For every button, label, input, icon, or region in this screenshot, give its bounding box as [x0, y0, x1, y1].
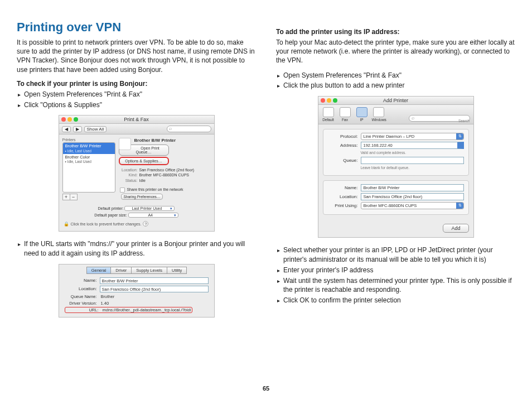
name-input[interactable]: Brother B/W Printer [361, 184, 464, 191]
remove-printer-button[interactable]: − [70, 194, 78, 200]
address-label: Address: [328, 143, 358, 148]
general-tab-screenshot: General Driver Supply Levels Utility Nam… [59, 264, 215, 318]
name-input[interactable]: Brother B/W Printer [100, 277, 209, 284]
bullet-text: Open System Preferences "Print & Fax" [24, 90, 142, 99]
nav-forward-button[interactable]: ▶ [73, 126, 82, 132]
url-value: mdns://Brother._pdl-datastream._tcp.loca… [103, 307, 191, 312]
location-input[interactable]: San Francisco Office (2nd floor) [361, 193, 464, 200]
queue-name-value: Brother [101, 294, 115, 299]
share-printer-checkbox[interactable] [119, 187, 124, 193]
location-label: Location: [328, 194, 358, 199]
window-title: Add Printer [383, 98, 408, 103]
default-printer-label: Default printer: [98, 206, 124, 210]
printer-list[interactable]: Brother B/W Printer • Idle, Last Used Br… [62, 142, 115, 193]
default-paper-label: Default paper size: [94, 213, 127, 217]
toolbar-default-button[interactable]: Default [322, 107, 335, 122]
show-all-button[interactable]: Show All [84, 126, 107, 132]
bullet-text: If the URL starts with "mdns://" your pr… [24, 239, 256, 258]
printfax-screenshot: Print & Fax ◀ ▶ Show All Printers Brothe… [59, 115, 215, 232]
printer-title: Brother B/W Printer [119, 138, 211, 143]
mdns-note-list: If the URL starts with "mdns://" your pr… [18, 239, 256, 258]
default-paper-select[interactable]: A4 [128, 213, 178, 218]
share-printer-label: Share this printer on the network [127, 187, 183, 191]
search-label: Search [458, 119, 470, 123]
queue-input[interactable] [361, 157, 464, 164]
sharing-prefs-button[interactable]: Sharing Preferences… [121, 194, 163, 200]
address-hint: Valid and complete address. [361, 151, 464, 155]
queue-name-label: Queue Name: [65, 294, 97, 299]
search-field[interactable] [167, 126, 211, 132]
add-printer-screenshot: Add Printer Default Fax IP Windows Searc… [318, 96, 474, 238]
name-label: Name: [65, 278, 97, 283]
driver-version-label: Driver Version: [65, 301, 97, 306]
queue-hint: Leave blank for default queue. [361, 166, 464, 170]
queue-label: Queue: [328, 158, 358, 163]
post-steps-list: Select whether your printer is an IPP, L… [277, 246, 515, 305]
tab-driver[interactable]: Driver [110, 267, 132, 274]
bullet-text: Open System Preferences "Print & Fax" [283, 71, 402, 80]
window-traffic-lights [61, 117, 78, 122]
window-traffic-lights [321, 98, 337, 103]
section-heading: Printing over VPN [17, 20, 256, 35]
printer-list-item[interactable]: Brother Color • Idle, Last Used [63, 154, 115, 165]
default-printer-select[interactable]: Last Printer Used [124, 206, 175, 211]
bullet-text: Click the plus button to add a new print… [283, 81, 404, 90]
check-bonjour-list: Open System Preferences "Print & Fax" Cl… [18, 90, 256, 110]
bullet-text: Click OK to confirm the printer selectio… [283, 296, 401, 305]
protocol-select[interactable]: Line Printer Daemon – LPD⇅ [361, 133, 464, 140]
check-bonjour-heading: To check if your printer is using Bonjou… [17, 80, 256, 88]
location-label: Location: [65, 286, 97, 291]
name-label: Name: [328, 185, 358, 190]
protocol-label: Protocol: [328, 134, 358, 139]
printers-label: Printers [62, 138, 115, 142]
bullet-text: Wait until the system has determined you… [283, 276, 515, 295]
tab-general[interactable]: General [86, 267, 112, 274]
printer-icon [119, 138, 131, 150]
print-using-select[interactable]: Brother MFC-8860DN CUPS⇅ [361, 202, 464, 209]
bullet-text: Click "Options & Supplies" [24, 100, 102, 110]
add-button[interactable]: Add [443, 224, 468, 233]
pre-steps-list: Open System Preferences "Print & Fax" Cl… [277, 71, 515, 91]
help-button[interactable]: ? [143, 221, 148, 227]
intro-paragraph: It is possible to print to network print… [17, 38, 256, 74]
toolbar-ip-button[interactable]: IP [355, 107, 369, 122]
add-printer-button[interactable]: + [62, 194, 70, 200]
toolbar-fax-button[interactable]: Fax [338, 107, 352, 122]
address-input[interactable]: 192.168.222.40 [361, 142, 464, 149]
print-using-label: Print Using: [328, 203, 358, 208]
location-input[interactable]: San Francisco Office (2nd floor) [100, 286, 209, 292]
lock-text: Click the lock to prevent further change… [71, 222, 142, 226]
toolbar-windows-button[interactable]: Windows [372, 107, 385, 122]
printer-list-item[interactable]: Brother B/W Printer • Idle, Last Used [63, 143, 115, 153]
tab-supply-levels[interactable]: Supply Levels [131, 267, 167, 274]
page-number: 65 [0, 385, 532, 392]
nav-back-button[interactable]: ◀ [62, 126, 71, 132]
tab-bar[interactable]: General Driver Supply Levels Utility [59, 267, 214, 274]
bullet-text: Enter your printer's IP address [283, 266, 373, 275]
driver-version-value: 1.40 [101, 301, 109, 306]
window-title: Print & Fax [124, 117, 149, 122]
add-printer-heading: To add the printer using its IP address: [276, 28, 515, 36]
add-printer-intro: To help your Mac auto-detect the printer… [276, 38, 515, 65]
tab-utility[interactable]: Utility [167, 267, 187, 274]
bullet-text: Select whether your printer is an IPP, L… [283, 246, 515, 264]
url-label: URL: [66, 307, 99, 312]
options-supplies-button[interactable]: Options & Supplies… [119, 157, 169, 165]
